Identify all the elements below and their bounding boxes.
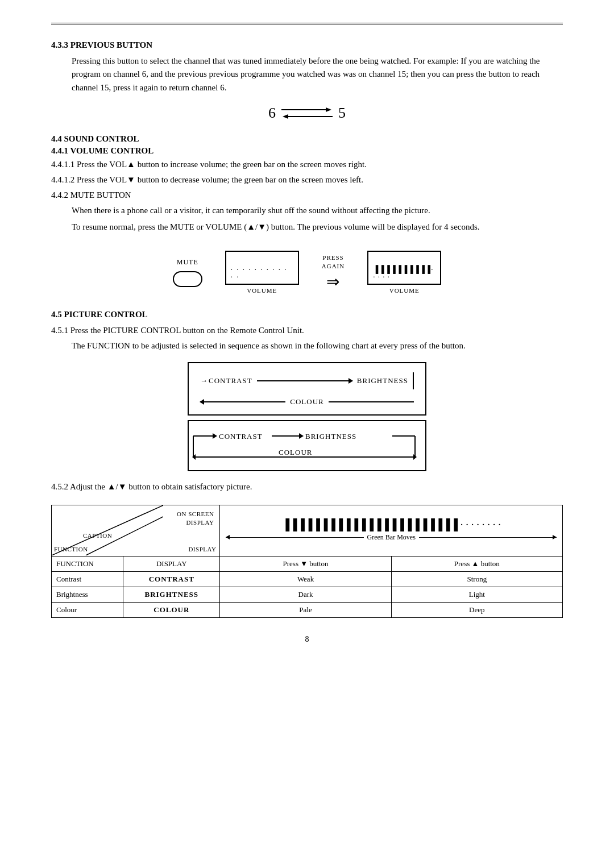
prev-button-para: Pressing this button to select the chann… [72,55,563,94]
volume-diagram: MUTE · · · · · · · · · · · · VOLUME PRES… [51,251,563,294]
flow-colour-right-line [329,401,414,402]
mute-oval [173,271,202,287]
flow-contrast-label: CONTRAST [209,376,252,385]
svg-marker-1 [326,107,331,112]
picture-control-heading: 4.5 PICTURE CONTROL [51,310,563,319]
double-arrow-icon: ⇒ [326,272,340,291]
pic-item1: 4.5.1 Press the PICTURE CONTROL button o… [51,324,563,337]
prev-button-heading: 4.3.3 PREVIOUS BUTTON [51,40,563,50]
flow-colour-label: COLOUR [290,397,323,406]
table-row: Brightness BRIGHTNESS Dark Light [52,587,563,602]
svg-marker-6 [213,433,217,439]
row-function: Contrast [52,571,123,587]
display-label: DISPLAY [188,546,216,553]
volume-control-heading: 4.4.1 VOLUME CONTROL [51,146,563,156]
pic-item2: 4.5.2 Adjust the ▲/▼ button to obtain sa… [51,480,563,493]
mute-para2: To resume normal, press the MUTE or VOLU… [72,221,563,234]
svg-text:CONTRAST: CONTRAST [219,432,263,441]
vol-item1: 4.4.1.1 Press the VOL▲ button to increas… [51,158,563,171]
green-bar-text: Green Bar Moves [367,533,416,542]
row-function: Brightness [52,587,123,602]
volume-display-high: ▐▐▐▐▐▐▐▐▐▐· · · · · [367,251,441,285]
vol-dots-icon: · · · · · · · · · · · · [231,265,293,280]
row-function: Colour [52,602,123,617]
table-row: Contrast CONTRAST Weak Strong [52,571,563,587]
pic-item1-sub: The FUNCTION to be adjusted is selected … [72,339,563,352]
vol-bars-icon: ▐▐▐▐▐▐▐▐▐▐· · · · · [373,265,435,280]
flow-brightness-label: BRIGHTNESS [357,376,408,385]
mute-button-area: MUTE [173,258,202,287]
mute-heading: 4.4.2 MUTE BUTTON [51,189,563,202]
flow-arrow-c-b [257,380,352,381]
row-press-down: Pale [220,602,391,617]
bar-display-cell: ▐▐▐▐▐▐▐▐▐▐▐▐▐▐▐▐▐▐▐▐▐▐▐ · · · · · · · · … [220,505,563,556]
flow-bottom-row: COLOUR [200,397,414,406]
row-press-up: Light [391,587,562,602]
volume-box-high: ▐▐▐▐▐▐▐▐▐▐· · · · · VOLUME [367,251,441,294]
row-press-down: Weak [220,571,391,587]
row-press-down: Dark [220,587,391,602]
flow-arrow-b-c-vert [413,372,414,389]
row-caption: BRIGHTNESS [123,587,220,602]
volume-display-low: · · · · · · · · · · · · [225,251,299,285]
header-function: FUNCTION [52,556,123,571]
green-bar-right-arrow-icon [419,537,557,538]
mute-para1: When there is a phone call or a visitor,… [72,204,563,217]
flow-arrow-colour-left [200,401,285,402]
volume-label-high: VOLUME [389,287,420,294]
row-caption: CONTRAST [123,571,220,587]
header-caption-display: DISPLAY [123,556,220,571]
row-press-up: Deep [391,602,562,617]
onscreen-display-label: ON SCREENDISPLAY [177,510,214,527]
vol-item2: 4.4.1.2 Press the VOL▼ button to decreas… [51,173,563,186]
green-bar-left-arrow-icon [226,537,363,538]
diagonal-header-cell: ON SCREENDISPLAY CAPTION FUNCTION DISPLA… [52,505,220,556]
channel-to: 5 [338,105,346,122]
top-border [51,23,563,24]
svg-marker-3 [283,114,288,119]
svg-text:BRIGHTNESS: BRIGHTNESS [305,432,356,441]
caption-label: CAPTION [83,532,112,539]
table-row: Colour COLOUR Pale Deep [52,602,563,617]
header-press-down: Press ▼ button [220,556,391,571]
svg-text:COLOUR: COLOUR [279,448,312,456]
svg-marker-9 [299,433,304,439]
volume-label-low: VOLUME [247,287,277,294]
row-press-up: Strong [391,571,562,587]
function-label: FUNCTION [54,546,88,553]
press-again-area: PRESSAGAIN ⇒ [322,254,345,291]
page-number: 8 [51,635,563,644]
flow-top-row: → CONTRAST BRIGHTNESS [200,372,414,389]
channel-arrows-icon [281,105,333,121]
mute-label: MUTE [177,258,198,267]
table-body: Contrast CONTRAST Weak Strong Brightness… [52,571,563,617]
flow-diagram-svg-wrap: CONTRAST BRIGHTNESS COLOUR [51,420,563,471]
flow-diagram-svg: CONTRAST BRIGHTNESS COLOUR [188,420,426,471]
press-again-label: PRESSAGAIN [322,254,345,270]
svg-rect-4 [188,421,426,471]
page: 4.3.3 PREVIOUS BUTTON Pressing this butt… [0,0,614,868]
header-press-up: Press ▲ button [391,556,562,571]
sound-control-heading: 4.4 SOUND CONTROL [51,134,563,144]
bar-display-icon: ▐▐▐▐▐▐▐▐▐▐▐▐▐▐▐▐▐▐▐▐▐▐▐ · · · · · · · · [226,519,557,531]
display-table: ON SCREENDISPLAY CAPTION FUNCTION DISPLA… [51,505,563,618]
flow-diagram: → CONTRAST BRIGHTNESS COLOUR [188,362,426,416]
flow-entry-arrow: → [200,376,208,385]
volume-box-low: · · · · · · · · · · · · VOLUME [225,251,299,294]
green-bar-label: Green Bar Moves [226,533,557,542]
channel-diagram: 6 5 [51,105,563,122]
channel-from: 6 [268,105,276,122]
row-caption: COLOUR [123,602,220,617]
